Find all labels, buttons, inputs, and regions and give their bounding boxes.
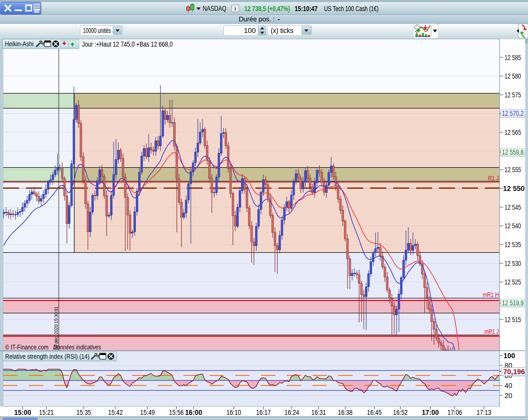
svg-text:15:00: 15:00 [14, 408, 31, 416]
svg-text:© IT-Finance.com: © IT-Finance.com [5, 343, 48, 351]
svg-text:12 515: 12 515 [505, 316, 521, 324]
svg-text:100: 100 [244, 27, 256, 35]
svg-text:mR1 H: mR1 H [483, 291, 499, 298]
svg-text:16:17: 16:17 [256, 409, 271, 416]
svg-text:12 525: 12 525 [505, 278, 521, 286]
svg-text:12 559,8: 12 559,8 [502, 148, 524, 156]
svg-text:Données indicatives: Données indicatives [53, 343, 101, 351]
svg-text:16:00: 16:00 [185, 408, 202, 416]
svg-text:Relative strength index (RSI): Relative strength index (RSI) (14) [5, 352, 89, 360]
svg-text:12 540: 12 540 [505, 222, 521, 230]
svg-text:Durée pos. :: Durée pos. : [239, 15, 275, 23]
svg-text:100: 100 [504, 352, 515, 360]
svg-text:17:06: 17:06 [448, 409, 462, 416]
svg-text:16:38: 16:38 [338, 409, 353, 416]
svg-text:R1 J: R1 J [488, 175, 499, 182]
svg-text:12 585: 12 585 [505, 54, 521, 62]
svg-text:12 575: 12 575 [505, 91, 521, 99]
svg-text:12 519,9: 12 519,9 [502, 299, 524, 307]
svg-text:16:45: 16:45 [367, 409, 382, 416]
svg-text:40: 40 [505, 382, 512, 390]
svg-text:16:52: 16:52 [393, 409, 408, 416]
svg-text:16:10: 16:10 [227, 409, 241, 416]
svg-text:15:10:47: 15:10:47 [295, 5, 318, 13]
svg-text:15:21: 15:21 [39, 409, 54, 416]
svg-text:15:49: 15:49 [140, 409, 155, 416]
svg-text:Jour :+Haut 12 745,0 +Bas 12 6: Jour :+Haut 12 745,0 +Bas 12 668,0 [82, 40, 173, 48]
svg-text:12 565: 12 565 [505, 129, 521, 136]
svg-text:12 580: 12 580 [505, 72, 521, 80]
svg-text:12 555: 12 555 [505, 166, 521, 174]
svg-text:16:31: 16:31 [311, 409, 326, 416]
svg-text:US Tech 100 Cash (1€): US Tech 100 Cash (1€) [324, 5, 378, 13]
svg-text:12 738,5 (+0,47%): 12 738,5 (+0,47%) [244, 5, 290, 13]
svg-text:-: - [278, 15, 280, 23]
svg-text:12 535: 12 535 [505, 241, 521, 249]
svg-text:20: 20 [505, 392, 512, 400]
svg-text:Heikin-Ashi: Heikin-Ashi [5, 40, 34, 48]
svg-text:mR1 J: mR1 J [484, 328, 499, 335]
svg-text:17:00: 17:00 [422, 408, 439, 416]
svg-text:15:35: 15:35 [77, 409, 91, 416]
svg-text:12 550: 12 550 [503, 185, 525, 192]
svg-text:17:13: 17:13 [477, 409, 491, 416]
svg-text:12 545: 12 545 [505, 204, 521, 211]
svg-text:15:42: 15:42 [108, 409, 123, 416]
svg-text:i: i [234, 5, 236, 12]
svg-text:10000 unités: 10000 unités [83, 27, 111, 35]
svg-text:15:56: 15:56 [169, 409, 184, 416]
svg-text:(x) ticks: (x) ticks [271, 27, 293, 35]
svg-text:16:24: 16:24 [285, 409, 299, 416]
svg-text:12 570,2: 12 570,2 [502, 110, 524, 117]
svg-text:12 530: 12 530 [505, 260, 521, 267]
svg-text:70,196: 70,196 [503, 368, 525, 376]
svg-text:NASDAQ: NASDAQ [203, 5, 226, 12]
